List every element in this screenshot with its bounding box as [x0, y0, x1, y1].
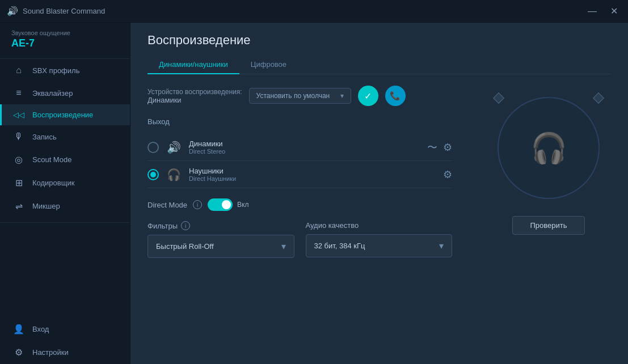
sidebar-item-sbx[interactable]: ⌂ SBX профиль	[0, 59, 130, 82]
speakers-info: Динамики Direct Stereo	[189, 139, 419, 155]
speakers-name: Динамики	[189, 139, 419, 148]
settings-gear-icon[interactable]: ⚙	[443, 141, 452, 154]
diamond-top-left	[493, 92, 504, 104]
speakers-controls: 〜 ⚙	[427, 141, 452, 154]
speakers-icon: 🔊	[167, 141, 181, 154]
audio-wave-icon[interactable]: 〜	[427, 141, 437, 154]
direct-mode-toggle[interactable]	[208, 198, 233, 211]
phone-icon: 📞	[390, 91, 401, 101]
filters-info-icon[interactable]: i	[181, 221, 190, 230]
visualizer-headphone-icon: 🎧	[530, 131, 567, 166]
radio-headphones[interactable]	[147, 169, 159, 180]
tab-speakers[interactable]: Динамики/наушники	[147, 56, 239, 74]
direct-mode-label: Direct Mode	[147, 201, 187, 209]
tabs: Динамики/наушники Цифровое	[147, 56, 611, 74]
filter-label-row: Фильтры i	[147, 221, 294, 230]
sidebar-label-playback: Воспроизведение	[32, 111, 93, 119]
mixer-icon: ⇌	[13, 201, 24, 211]
app-icon: 🔊	[7, 6, 18, 16]
eq-icon: ≡	[13, 88, 24, 98]
headphones-sub: Direct Наушники	[189, 175, 435, 182]
sidebar-label-settings: Настройки	[32, 348, 69, 357]
device-label: Устройство воспроизведения: Динамики	[147, 88, 242, 104]
headphones-settings-gear-icon[interactable]: ⚙	[443, 168, 452, 181]
sidebar-item-login[interactable]: 👤 Вход	[0, 318, 130, 341]
sidebar-device: Звуковое ощущение AE-7	[0, 23, 130, 59]
app-title: Sound Blaster Command	[23, 7, 105, 15]
filters-dropdown-chevron-icon: ▾	[281, 241, 286, 252]
audio-quality-select[interactable]: 32 бит, 384 кГц ▾	[306, 234, 453, 257]
sidebar-device-label: Звуковое ощущение	[11, 29, 119, 36]
sidebar-label-mixer: Микшер	[32, 202, 60, 210]
settings-icon: ⚙	[13, 347, 24, 358]
sidebar-item-mixer[interactable]: ⇌ Микшер	[0, 194, 130, 218]
phone-button[interactable]: 📞	[385, 86, 406, 106]
headphones-info: Наушники Direct Наушники	[189, 167, 435, 182]
filters-label: Фильтры	[147, 222, 178, 230]
close-button[interactable]: ✕	[607, 6, 621, 17]
sidebar-item-playback[interactable]: ◁◁ Воспроизведение	[0, 104, 130, 125]
sidebar-divider	[0, 222, 130, 223]
login-icon: 👤	[13, 324, 24, 335]
output-option-speakers[interactable]: 🔊 Динамики Direct Stereo 〜 ⚙	[147, 134, 452, 161]
visualizer-circle: 🎧	[498, 97, 600, 199]
dropdown-chevron-icon: ▾	[340, 92, 344, 100]
page-title: Воспроизведение	[147, 33, 611, 48]
diamond-top-right	[593, 92, 604, 104]
sidebar-label-sbx: SBX профиль	[32, 66, 79, 75]
sidebar-item-settings[interactable]: ⚙ Настройки	[0, 341, 130, 364]
direct-mode-toggle-container: Вкл	[208, 198, 248, 211]
audio-quality-selected-value: 32 бит, 384 кГц	[314, 242, 365, 250]
left-panel: Устройство воспроизведения: Динамики Уст…	[130, 74, 469, 364]
app-container: Звуковое ощущение AE-7 ⌂ SBX профиль ≡ Э…	[0, 23, 628, 364]
radio-speakers[interactable]	[147, 142, 159, 153]
playback-icon: ◁◁	[13, 111, 24, 119]
sidebar: Звуковое ощущение AE-7 ⌂ SBX профиль ≡ Э…	[0, 23, 130, 364]
page-header: Воспроизведение Динамики/наушники Цифров…	[130, 23, 628, 74]
sidebar-item-encoder[interactable]: ⊞ Кодировщик	[0, 171, 130, 194]
speakers-sub: Direct Stereo	[189, 148, 419, 155]
audio-quality-label-row: Аудио качество	[306, 221, 453, 230]
direct-mode-info-icon[interactable]: i	[193, 200, 202, 209]
confirm-button[interactable]: ✓	[358, 86, 378, 106]
device-row: Устройство воспроизведения: Динамики Уст…	[147, 86, 452, 106]
output-option-headphones[interactable]: 🎧 Наушники Direct Наушники ⚙	[147, 161, 452, 188]
scout-icon: ◎	[13, 154, 24, 165]
headphones-controls: ⚙	[443, 168, 452, 181]
title-bar: 🔊 Sound Blaster Command — ✕	[0, 0, 628, 23]
sidebar-item-scout[interactable]: ◎ Scout Mode	[0, 148, 130, 171]
filter-group: Фильтры i Быстрый Roll-Off ▾	[147, 221, 294, 258]
direct-mode-row: Direct Mode i Вкл	[147, 198, 452, 211]
sidebar-label-record: Запись	[32, 133, 57, 141]
content-area: Устройство воспроизведения: Динамики Уст…	[130, 74, 628, 364]
device-select-dropdown[interactable]: Установить по умолчан ▾	[249, 88, 351, 104]
headphones-icon: 🎧	[167, 168, 181, 181]
tab-digital[interactable]: Цифровое	[239, 56, 298, 74]
audio-quality-group: Аудио качество 32 бит, 384 кГц ▾	[306, 221, 453, 258]
check-icon: ✓	[364, 91, 372, 101]
direct-mode-toggle-text: Вкл	[237, 201, 248, 209]
visualizer-container: 🎧	[492, 91, 605, 205]
audio-quality-dropdown-chevron-icon: ▾	[439, 240, 444, 251]
filters-selected-value: Быстрый Roll-Off	[156, 242, 214, 251]
device-select-value: Установить по умолчан	[256, 92, 330, 100]
sidebar-label-encoder: Кодировщик	[32, 179, 74, 187]
filters-select[interactable]: Быстрый Roll-Off ▾	[147, 235, 294, 258]
sidebar-item-record[interactable]: 🎙 Запись	[0, 125, 130, 148]
sidebar-item-eq[interactable]: ≡ Эквалайзер	[0, 82, 130, 104]
sidebar-label-login: Вход	[32, 325, 49, 333]
title-bar-controls: — ✕	[584, 6, 621, 17]
minimize-button[interactable]: —	[584, 6, 600, 17]
sidebar-label-eq: Эквалайзер	[32, 89, 73, 98]
main-content: Воспроизведение Динамики/наушники Цифров…	[130, 23, 628, 364]
output-section-title: Выход	[147, 117, 452, 126]
headphones-name: Наушники	[189, 167, 435, 175]
right-panel: 🎧 Проверить	[469, 74, 628, 364]
sidebar-device-name: AE-7	[11, 37, 119, 49]
encoder-icon: ⊞	[13, 177, 24, 188]
filters-row: Фильтры i Быстрый Roll-Off ▾ Аудио качес…	[147, 221, 452, 258]
check-audio-button[interactable]: Проверить	[512, 216, 584, 235]
title-bar-left: 🔊 Sound Blaster Command	[7, 6, 105, 16]
sbx-icon: ⌂	[13, 65, 24, 75]
record-icon: 🎙	[13, 132, 24, 142]
